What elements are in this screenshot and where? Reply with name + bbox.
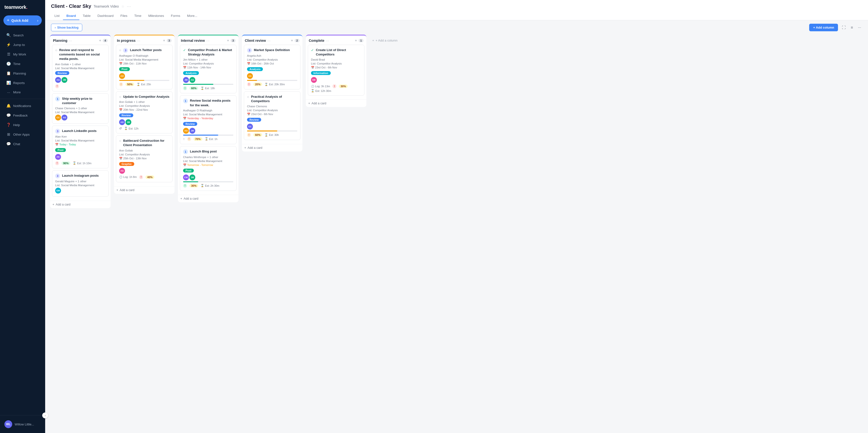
sidebar-item-other-apps[interactable]: ⊞ Other Apps <box>2 130 43 139</box>
lightning-icon: ⚡ <box>6 42 11 47</box>
add-column-button[interactable]: + Add column <box>809 24 838 31</box>
tab-time[interactable]: Time <box>131 12 145 20</box>
add-card-complete[interactable]: + Add a card <box>306 99 366 107</box>
filter-button[interactable]: ≡ <box>850 24 854 31</box>
plus-icon: + <box>117 189 118 192</box>
header-top-row: Client - Clear Sky Teamwork Video ☆ ··· <box>51 3 862 9</box>
add-column-placeholder[interactable]: + + Add a column <box>370 35 400 46</box>
show-backlog-button[interactable]: › Show backlog <box>51 24 82 31</box>
column-add-inprogress[interactable]: + <box>163 38 165 43</box>
priority-icon: ! <box>183 184 187 187</box>
tab-table[interactable]: Table <box>79 12 94 20</box>
add-column-text: + Add a column <box>376 38 398 42</box>
sidebar-item-reports[interactable]: 📊 Reports <box>2 78 43 87</box>
sidebar-item-time[interactable]: 🕐 Time <box>2 59 43 68</box>
avatar: AA <box>247 73 253 79</box>
avatar: DB <box>311 77 317 83</box>
card-direct-competitors[interactable]: ✓ Create List of Direct Competitors Davi… <box>308 45 365 95</box>
card-instagram[interactable]: 3 Launch Instagram posts Gerald Maguire … <box>52 170 108 197</box>
avatar: AO <box>183 128 189 134</box>
tab-files[interactable]: Files <box>117 12 131 20</box>
user-profile-row[interactable]: WL Willow Little... <box>2 418 43 430</box>
sidebar-item-chat[interactable]: 💬 Chat <box>2 139 43 149</box>
kanban-board: Planning ··· + 4 ○ Review and respond to… <box>50 35 400 428</box>
sidebar-item-notifications[interactable]: 🔔 Notifications <box>2 101 43 111</box>
card-avatars: GM <box>55 187 105 194</box>
progress-bar-wrap <box>247 80 297 81</box>
avatar: AK <box>55 154 61 160</box>
fullscreen-button[interactable]: ⛶ <box>841 24 847 31</box>
avatar: CW <box>183 174 189 180</box>
column-menu-complete[interactable]: ··· <box>326 39 329 42</box>
more-options-icon[interactable]: ··· <box>127 4 131 8</box>
card-title: Competitor Product & Market Strategy Ana… <box>188 48 234 57</box>
priority-icon: ! <box>119 82 123 86</box>
card-avatars: AO <box>119 73 169 79</box>
tab-list[interactable]: List <box>51 12 63 20</box>
add-column-label: + Add column <box>813 26 834 29</box>
card-linkedin[interactable]: 3 Launch LinkedIn posts Alan Kerr List: … <box>52 125 108 168</box>
column-menu-inprogress[interactable]: ··· <box>137 39 141 42</box>
card-ship-prize[interactable]: 1 Ship weekly prize to customer Chase Cl… <box>52 93 108 124</box>
card-review-social[interactable]: 1 Review Social media posts for the week… <box>180 95 237 144</box>
sidebar-item-help[interactable]: ❓ Help <box>2 120 43 129</box>
sidebar-item-search[interactable]: 🔍 Search <box>2 31 43 40</box>
estimate: ⌛ Est: 1h 10m <box>73 162 92 165</box>
card-num: 1 <box>55 96 60 102</box>
column-add-complete[interactable]: + <box>355 38 357 43</box>
card-title: Create List of Direct Competitors <box>316 48 361 57</box>
tab-dashboard[interactable]: Dashboard <box>94 12 117 20</box>
add-card-planning[interactable]: + Add a card <box>50 201 111 208</box>
column-add-planning[interactable]: + <box>99 38 101 43</box>
more-options-button[interactable]: ··· <box>857 24 862 31</box>
tab-milestones[interactable]: Milestones <box>145 12 167 20</box>
sidebar-item-feedback[interactable]: 💬 Feedback <box>2 111 43 120</box>
priority-icon: ! <box>247 133 251 137</box>
cards-inprogress: ○ 3 Launch Twitter posts Aodhagan O Riab… <box>114 45 175 186</box>
tab-board[interactable]: Board <box>63 12 79 20</box>
sidebar-item-planning[interactable]: 📋 Planning <box>2 69 43 78</box>
collapse-sidebar-button[interactable]: ‹ <box>42 412 48 418</box>
card-twitter[interactable]: ○ 3 Launch Twitter posts Aodhagan O Riab… <box>116 45 173 89</box>
card-battlecard[interactable]: ○ Battlecard Construction for Client Pre… <box>116 135 173 182</box>
column-menu-client-review[interactable]: ··· <box>267 39 271 42</box>
sidebar-item-my-work[interactable]: ☰ My Work <box>2 50 43 59</box>
column-title-internal-review: Internal review <box>181 38 205 42</box>
sidebar-item-jump-to[interactable]: ⚡ Jump to <box>2 40 43 49</box>
column-title-client-review: Client review <box>245 38 266 42</box>
star-icon[interactable]: ☆ <box>121 4 124 8</box>
card-num: 3 <box>55 129 60 134</box>
board-toolbar: › Show backlog + Add column ⛶ ≡ ··· <box>45 20 868 35</box>
card-competitor-analysis[interactable]: ○ Update to Competitor Analysis Ann Goli… <box>116 91 173 134</box>
add-card-internal-review[interactable]: + Add a card <box>178 195 239 202</box>
card-list: List: Social Media Management <box>55 67 105 70</box>
quick-add-button[interactable]: + Quick Add › <box>3 16 42 25</box>
pct-badge: 60% <box>253 133 262 137</box>
column-menu-planning[interactable]: ··· <box>69 39 72 42</box>
more-icon: ··· <box>6 90 11 94</box>
card-title: Launch LinkedIn posts <box>62 129 97 133</box>
estimate: ⌛ Est: 25h <box>137 83 151 86</box>
column-add-client-review[interactable]: + <box>291 38 293 43</box>
card-competitor-market[interactable]: ✓ Competitor Product & Market Strategy A… <box>180 45 237 93</box>
add-card-inprogress[interactable]: + Add a card <box>114 186 175 194</box>
card-avatars: AA <box>247 73 297 79</box>
add-card-client-review[interactable]: + Add a card <box>242 144 303 151</box>
card-market-space[interactable]: 3 Market Space Definition Angela Ash Lis… <box>244 45 301 89</box>
show-backlog-label: Show backlog <box>57 26 79 29</box>
sidebar-label-notifications: Notifications <box>13 104 31 108</box>
card-practical-analysis[interactable]: ○ Practical Analysis of Competitors Chas… <box>244 91 301 140</box>
card-review-comments[interactable]: ○ Review and respond to comments based o… <box>52 45 108 91</box>
logo-area: teamwork. <box>0 0 45 13</box>
column-count-planning: 4 <box>103 39 107 42</box>
tab-forms[interactable]: Forms <box>167 12 184 20</box>
card-list: List: Social Media Management <box>119 58 169 61</box>
priority-icon: ! <box>183 86 187 90</box>
sidebar-item-more[interactable]: ··· More <box>2 88 43 97</box>
column-menu-internal-review[interactable]: ··· <box>206 39 210 42</box>
column-add-internal-review[interactable]: + <box>227 38 229 43</box>
tab-more[interactable]: More... <box>184 12 200 20</box>
card-blog-post[interactable]: 1 Launch Blog post Charles Winthrope + 1… <box>180 146 237 191</box>
card-assignee: Angela Ash <box>247 54 297 57</box>
clock-icon: 🕐 <box>6 62 11 66</box>
